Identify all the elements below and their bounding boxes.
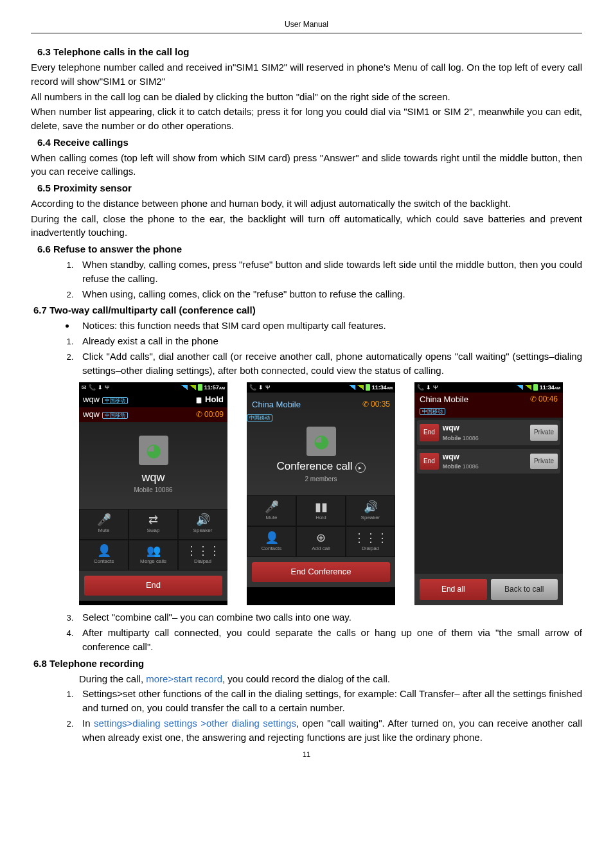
signal-icon — [190, 385, 196, 390]
add-icon: ⊕ — [316, 532, 326, 544]
party-info: wqw Mobile 10086 — [443, 423, 526, 442]
status-am: AM — [387, 386, 393, 390]
header-rule — [31, 33, 582, 33]
sim-tag: 中国移动 — [420, 408, 445, 415]
status-am: AM — [219, 386, 225, 390]
btn-label: Speaker — [361, 514, 380, 522]
speaker-button[interactable]: 🔊Speaker — [178, 509, 227, 540]
list-item-text: After multiparty call connected, you cou… — [82, 627, 582, 652]
dialpad-button[interactable]: ⋮⋮⋮Dialpad — [346, 526, 395, 557]
sim-tag: 中国移动 — [102, 412, 128, 419]
contacts-button[interactable]: 👤Contacts — [247, 526, 296, 557]
link-text: more>start record — [146, 673, 222, 684]
swap-icon: ⇄ — [148, 514, 158, 526]
section-6-6-title: 6.6 Refuse to answer the phone — [37, 242, 582, 256]
call-duration: 00:09 — [204, 410, 224, 419]
body-text: During the call, more>start record, you … — [31, 672, 582, 686]
end-party-button[interactable]: End — [420, 424, 439, 441]
end-conference-button[interactable]: End Conference — [252, 562, 390, 582]
section-6-5-title: 6.5 Proximity sensor — [37, 181, 582, 195]
end-party-button[interactable]: End — [420, 453, 439, 470]
bullet-6-7: Notices: this function needs that SIM ca… — [31, 319, 582, 333]
call-header-row-active[interactable]: wqw 中国移动 ✆ 00:09 — [79, 407, 227, 422]
carrier-label: China Mobile — [420, 394, 468, 406]
list-item-text: When standby, calling comes, press "refu… — [82, 259, 582, 284]
section-6-8-title: 6.8 Telephone recording — [33, 657, 582, 671]
party-name: wqw — [443, 423, 526, 434]
btn-label: Mute — [98, 527, 110, 535]
private-button[interactable]: Private — [530, 454, 558, 470]
signal-icon — [517, 385, 523, 390]
message-icon: ✉ — [82, 384, 87, 392]
call-header-row[interactable]: wqw 中国移动 Hold — [79, 393, 227, 407]
call-button-grid: 🎤Mute ⇄Swap 🔊Speaker 👤Contacts 👥Merge ca… — [79, 509, 227, 571]
speaker-icon: 🔊 — [196, 514, 210, 526]
contacts-button[interactable]: 👤Contacts — [79, 540, 129, 571]
pause-icon — [196, 394, 202, 406]
end-all-button[interactable]: End all — [420, 579, 487, 600]
usb-icon: Ψ — [265, 384, 271, 392]
dialpad-button[interactable]: ⋮⋮⋮Dialpad — [178, 540, 227, 571]
page-header: User Manual — [31, 19, 582, 30]
swap-button[interactable]: ⇄Swap — [129, 509, 178, 540]
usb-icon: Ψ — [105, 384, 110, 392]
body-text: When calling comes (top left will show f… — [31, 151, 582, 179]
list-6-7-cont: Select "combine call"– you can combine t… — [31, 610, 582, 654]
carrier-label: China Mobile — [252, 399, 301, 411]
body-text: According to the distance between phone … — [31, 197, 582, 211]
hold-label: Hold — [205, 394, 224, 404]
btn-label: Contacts — [94, 558, 114, 565]
expand-arrow-icon[interactable]: ▸ — [355, 463, 366, 473]
btn-label: Hold — [315, 514, 326, 522]
call-duration: 00:35 — [371, 400, 390, 409]
hold-button[interactable]: ▮▮Hold — [296, 495, 346, 526]
btn-label: Add call — [312, 545, 330, 553]
call-duration: 00:46 — [538, 394, 558, 403]
body-text: When number list appearing, click it to … — [31, 105, 582, 133]
mute-button[interactable]: 🎤Mute — [79, 509, 129, 540]
sim-tag: 中国移动 — [247, 414, 272, 421]
section-6-3-title: 6.3 Telephone calls in the call log — [37, 45, 582, 59]
back-to-call-button[interactable]: Back to call — [491, 579, 558, 600]
conference-header: China Mobile ✆ 00:35 中国移动 ◕ Conference c… — [247, 393, 395, 495]
add-call-button[interactable]: ⊕Add call — [296, 526, 346, 557]
avatar-icon: ◕ — [306, 427, 336, 456]
mute-icon: 🎤 — [265, 501, 279, 513]
hold-icon: ▮▮ — [315, 501, 328, 513]
list-6-8: Settings>set other functions of the call… — [31, 687, 582, 744]
section-6-4-title: 6.4 Receive callings — [37, 136, 582, 150]
caller-sub: Mobile 10086 — [134, 486, 172, 495]
mute-button[interactable]: 🎤Mute — [247, 495, 296, 526]
signal-icon — [349, 385, 355, 390]
list-6-7: Already exist a call in the phone Click … — [31, 334, 582, 378]
party-list: End wqw Mobile 10086 Private End wqw Mob… — [414, 418, 563, 574]
bottom-bar: End all Back to call — [414, 574, 563, 605]
conference-sub: 2 members — [305, 475, 337, 484]
contacts-icon: 👤 — [265, 532, 279, 544]
merge-button[interactable]: 👥Merge calls — [129, 540, 178, 571]
download-icon: ⬇ — [258, 384, 263, 392]
sim-tag: 中国移动 — [102, 397, 128, 404]
list-item: When standby, calling comes, press "refu… — [76, 258, 582, 286]
phone-screenshot-a: ✉ 📞 ⬇ Ψ 11:57AM wqw 中国移动 Hold wqw 中国移动 ✆… — [79, 382, 227, 605]
private-button[interactable]: Private — [530, 425, 558, 441]
list-item: Click "Add calls", dial another call (or… — [76, 350, 582, 378]
usb-icon: Ψ — [433, 384, 438, 392]
party-number: 10086 — [463, 463, 479, 470]
status-am: AM — [555, 386, 560, 390]
list-item-text: Already exist a call in the phone — [82, 335, 218, 346]
end-call-button[interactable]: End — [84, 576, 222, 596]
signal-icon — [357, 385, 364, 390]
btn-label: Dialpad — [362, 545, 379, 553]
phone-icon: 📞 — [89, 384, 96, 392]
end-bar: End Conference — [247, 557, 395, 587]
speaker-button[interactable]: 🔊Speaker — [346, 495, 395, 526]
signal-icon — [525, 385, 531, 390]
text-fragment: In — [82, 718, 94, 729]
status-time: 11:34 — [372, 384, 387, 391]
list-item: After multiparty call connected, you cou… — [76, 626, 582, 654]
signal-icon — [181, 385, 188, 390]
status-bar: ✉ 📞 ⬇ Ψ 11:57AM — [79, 382, 227, 393]
text-fragment: , you could record the dialog of the cal… — [222, 673, 390, 684]
list-item: Settings>set other functions of the call… — [76, 687, 582, 715]
